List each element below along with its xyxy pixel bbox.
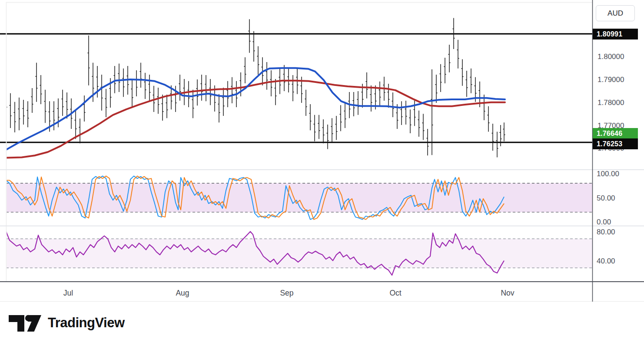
tradingview-chart-window: 1.800001.790001.780001.770001.76000100.0… bbox=[0, 0, 644, 342]
time-axis-scale-zone[interactable] bbox=[0, 282, 592, 302]
ma-slow-red bbox=[6, 81, 505, 158]
rsi-band bbox=[6, 239, 592, 268]
ma-fast-blue bbox=[6, 68, 505, 150]
chart-series bbox=[5, 18, 505, 275]
price-bars bbox=[5, 18, 505, 158]
tradingview-logo-text: TradingView bbox=[48, 315, 125, 331]
tradingview-logo-icon bbox=[8, 312, 43, 333]
price-axis-scale-zone[interactable] bbox=[593, 0, 644, 282]
chart-plot-area[interactable]: 1.800001.790001.780001.770001.76000100.0… bbox=[0, 0, 644, 302]
tradingview-logo[interactable]: TradingView bbox=[8, 312, 125, 333]
